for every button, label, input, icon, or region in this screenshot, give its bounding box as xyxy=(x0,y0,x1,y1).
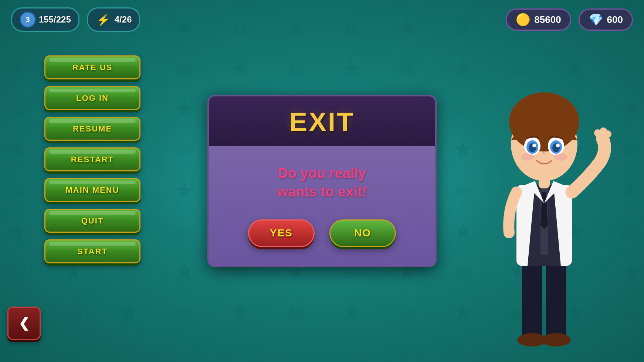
svg-point-34 xyxy=(521,153,534,161)
svg-point-13 xyxy=(604,130,611,138)
dialog-title: EXIT xyxy=(224,107,420,137)
yes-button[interactable]: YES xyxy=(248,219,315,247)
dialog-body: Do you reallywants to exit! YES NO xyxy=(209,146,435,266)
svg-point-33 xyxy=(556,144,560,147)
svg-rect-0 xyxy=(522,259,542,340)
svg-point-3 xyxy=(541,333,571,346)
no-button[interactable]: NO xyxy=(329,219,396,247)
svg-point-35 xyxy=(554,153,567,161)
anime-character xyxy=(474,66,614,362)
svg-point-29 xyxy=(532,144,536,147)
dialog-header: EXIT xyxy=(209,96,435,146)
svg-rect-1 xyxy=(546,259,566,340)
dialog-buttons: YES NO xyxy=(248,219,396,247)
exit-dialog: EXIT Do you reallywants to exit! YES NO xyxy=(207,95,437,267)
dialog-message: Do you reallywants to exit! xyxy=(277,164,367,201)
